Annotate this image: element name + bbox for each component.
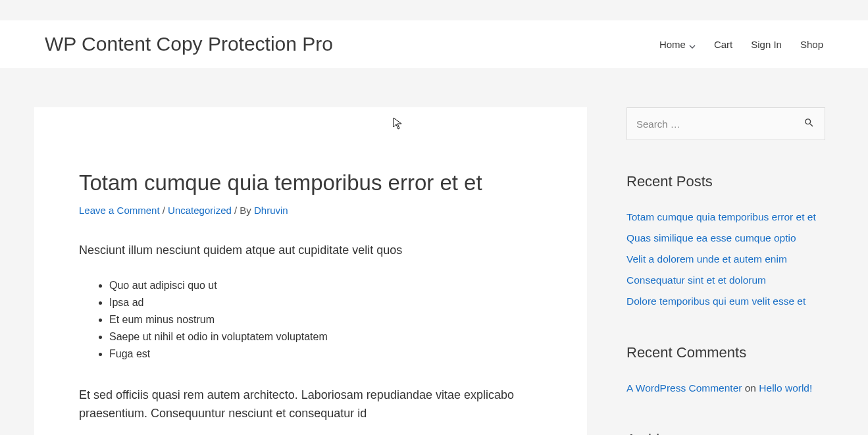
search-input[interactable] (627, 108, 793, 140)
search-button[interactable] (793, 108, 825, 140)
recent-comments-title: Recent Comments (626, 344, 825, 361)
meta-by: / By (234, 205, 251, 216)
post-lead: Nesciunt illum nesciunt quidem atque aut… (79, 243, 542, 257)
site-header: WP Content Copy Protection Pro Home Cart… (0, 20, 868, 68)
list-item: Ipsa ad (109, 297, 542, 309)
primary-nav: Home Cart Sign In Shop (659, 39, 823, 50)
post-card: Totam cumque quia temporibus error et et… (34, 107, 587, 435)
recent-post-link[interactable]: Consequatur sint et et dolorum (626, 274, 766, 286)
recent-post-link[interactable]: Quas similique ea esse cumque optio (626, 232, 796, 243)
comment-author-link[interactable]: A WordPress Commenter (626, 382, 742, 394)
nav-home[interactable]: Home (659, 39, 696, 50)
post-meta: Leave a Comment / Uncategorized / By Dhr… (79, 205, 542, 216)
nav-signin[interactable]: Sign In (751, 39, 782, 50)
comment-on: on (745, 382, 756, 394)
list-item: Fuga est (109, 348, 542, 360)
post-title: Totam cumque quia temporibus error et et (79, 170, 542, 195)
comment-post-link[interactable]: Hello world! (759, 382, 812, 394)
nav-shop[interactable]: Shop (800, 39, 823, 50)
nav-cart[interactable]: Cart (714, 39, 732, 50)
category-link[interactable]: Uncategorized (168, 205, 232, 216)
search-box (626, 107, 825, 140)
author-link[interactable]: Dhruvin (254, 205, 288, 216)
recent-post-link[interactable]: Velit a dolorem unde et autem enim (626, 253, 787, 265)
recent-post-link[interactable]: Totam cumque quia temporibus error et et (626, 211, 816, 222)
list-item: Et eum minus nostrum (109, 314, 542, 326)
archives-title: Archives (626, 431, 825, 435)
sidebar: Recent Posts Totam cumque quia temporibu… (626, 107, 825, 435)
leave-comment-link[interactable]: Leave a Comment (79, 205, 160, 216)
meta-sep: / (163, 205, 165, 216)
recent-comment: A WordPress Commenter on Hello world! (626, 382, 825, 394)
post-bullets: Quo aut adipisci quo ut Ipsa ad Et eum m… (79, 280, 542, 360)
recent-posts-list: Totam cumque quia temporibus error et et… (626, 211, 825, 307)
recent-post-link[interactable]: Dolore temporibus qui eum velit esse et (626, 295, 805, 307)
post-paragraph: Et sed officiis quasi rem autem architec… (79, 386, 542, 423)
list-item: Saepe ut nihil et odio in voluptatem vol… (109, 331, 542, 343)
chevron-down-icon (689, 41, 696, 47)
search-icon (804, 117, 815, 130)
site-title[interactable]: WP Content Copy Protection Pro (45, 33, 333, 55)
nav-home-label: Home (659, 39, 686, 50)
list-item: Quo aut adipisci quo ut (109, 280, 542, 292)
recent-posts-title: Recent Posts (626, 173, 825, 190)
